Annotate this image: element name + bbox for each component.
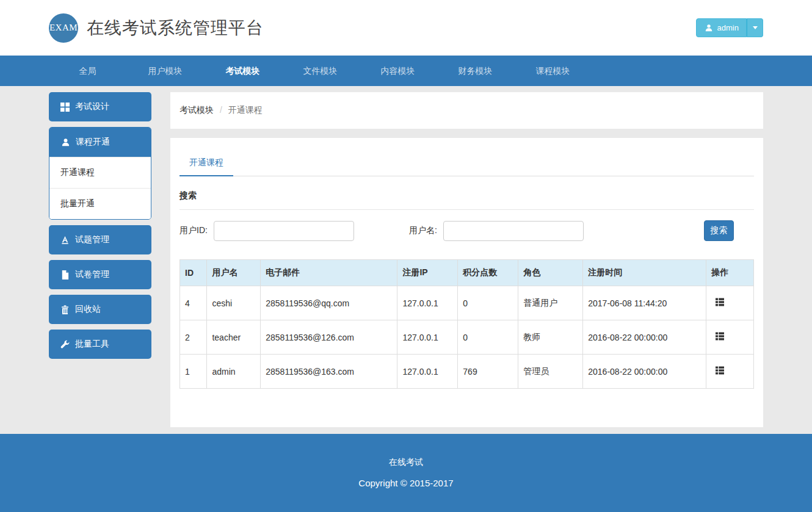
col-header-role: 角色 bbox=[518, 260, 583, 286]
username-label: 用户名: bbox=[409, 225, 437, 236]
tab-bar: 开通课程 bbox=[179, 138, 754, 176]
main-column: 考试模块 / 开通课程 开通课程 搜索 用户ID: 用户名: 搜索 ID 用 bbox=[170, 92, 763, 427]
user-icon bbox=[60, 137, 70, 147]
page-footer: 在线考试 Copyright © 2015-2017 bbox=[0, 434, 812, 512]
nav-item-global[interactable]: 全局 bbox=[49, 56, 126, 86]
table-row: 4 ceshi 2858119536@qq.com 127.0.0.1 0 普通… bbox=[180, 286, 754, 320]
cell-reg-ip: 127.0.0.1 bbox=[397, 320, 458, 355]
user-dropdown-button[interactable] bbox=[747, 18, 763, 37]
col-header-id: ID bbox=[180, 260, 207, 286]
sidebar-item-exam-design[interactable]: 考试设计 bbox=[49, 92, 151, 121]
user-menu: admin bbox=[696, 18, 763, 37]
cell-username: teacher bbox=[207, 320, 261, 355]
cell-email: 2858119536@qq.com bbox=[261, 286, 397, 320]
wrench-icon bbox=[60, 339, 70, 349]
sidebar-item-label: 批量工具 bbox=[75, 339, 109, 350]
th-large-icon bbox=[60, 102, 70, 112]
sidebar-item-label: 试卷管理 bbox=[75, 269, 109, 280]
col-header-username: 用户名 bbox=[207, 260, 261, 286]
cell-email: 2858119536@163.com bbox=[261, 355, 397, 389]
sidebar-item-label: 课程开通 bbox=[76, 137, 110, 148]
breadcrumb-item-exam-module[interactable]: 考试模块 bbox=[179, 105, 214, 115]
footer-site-name: 在线考试 bbox=[0, 457, 812, 468]
main-navbar: 全局 用户模块 考试模块 文件模块 内容模块 财务模块 课程模块 bbox=[0, 56, 812, 86]
table-row: 2 teacher 2858119536@126.com 127.0.0.1 0… bbox=[180, 320, 754, 355]
cell-role: 教师 bbox=[518, 320, 583, 355]
sidebar-item-batch-tools[interactable]: 批量工具 bbox=[49, 330, 151, 359]
user-id-label: 用户ID: bbox=[179, 225, 208, 236]
col-header-email: 电子邮件 bbox=[261, 260, 397, 286]
cell-reg-time: 2016-08-22 00:00:00 bbox=[583, 320, 706, 355]
page-title: 在线考试系统管理平台 bbox=[87, 16, 264, 40]
search-button[interactable]: 搜索 bbox=[704, 220, 734, 241]
operations-list-icon[interactable] bbox=[715, 366, 725, 375]
breadcrumb-separator: / bbox=[220, 105, 222, 115]
users-table: ID 用户名 电子邮件 注册IP 积分点数 角色 注册时间 操作 4 ceshi bbox=[179, 259, 754, 389]
sidebar-item-course-open[interactable]: 课程开通 bbox=[49, 128, 151, 157]
sidebar-subitem-batch-open[interactable]: 批量开通 bbox=[49, 188, 151, 219]
cell-reg-time: 2016-08-22 00:00:00 bbox=[583, 355, 706, 389]
sidebar-group-course-open: 课程开通 开通课程 批量开通 bbox=[49, 127, 151, 220]
col-header-reg-ip: 注册IP bbox=[397, 260, 458, 286]
cell-reg-ip: 127.0.0.1 bbox=[397, 355, 458, 389]
logo-text: EXAM bbox=[49, 23, 78, 33]
cell-role: 普通用户 bbox=[518, 286, 583, 320]
username-input[interactable] bbox=[443, 221, 584, 241]
cell-id: 4 bbox=[180, 286, 207, 320]
nav-item-file-module[interactable]: 文件模块 bbox=[281, 56, 359, 86]
cell-email: 2858119536@126.com bbox=[261, 320, 397, 355]
sidebar-item-label: 试题管理 bbox=[75, 234, 109, 245]
table-row: 1 admin 2858119536@163.com 127.0.0.1 769… bbox=[180, 355, 754, 389]
col-header-operations: 操作 bbox=[706, 260, 754, 286]
cell-reg-ip: 127.0.0.1 bbox=[397, 286, 458, 320]
user-button[interactable]: admin bbox=[696, 18, 747, 37]
cell-points: 769 bbox=[458, 355, 518, 389]
nav-item-exam-module[interactable]: 考试模块 bbox=[204, 56, 281, 86]
sidebar-item-label: 考试设计 bbox=[75, 101, 109, 112]
main-panel: 开通课程 搜索 用户ID: 用户名: 搜索 ID 用户名 电子邮件 注册IP 积… bbox=[170, 138, 763, 427]
cell-username: ceshi bbox=[207, 286, 261, 320]
sidebar-item-paper-mgmt[interactable]: 试卷管理 bbox=[49, 260, 151, 289]
nav-item-content-module[interactable]: 内容模块 bbox=[359, 56, 437, 86]
search-section-title: 搜索 bbox=[179, 190, 754, 210]
content-area: 考试设计 课程开通 开通课程 批量开通 试题管理 试卷管理 bbox=[49, 86, 763, 434]
page-header: EXAM 在线考试系统管理平台 admin bbox=[0, 0, 812, 56]
sidebar-subitem-open-course[interactable]: 开通课程 bbox=[49, 157, 151, 188]
file-icon bbox=[60, 270, 70, 279]
operations-list-icon[interactable] bbox=[715, 297, 725, 307]
cell-id: 2 bbox=[180, 320, 207, 355]
cell-username: admin bbox=[207, 355, 261, 389]
col-header-reg-time: 注册时间 bbox=[583, 260, 706, 286]
cell-role: 管理员 bbox=[518, 355, 583, 389]
cell-points: 0 bbox=[458, 286, 518, 320]
font-icon bbox=[60, 235, 70, 245]
col-header-points: 积分点数 bbox=[458, 260, 518, 286]
nav-item-user-module[interactable]: 用户模块 bbox=[126, 56, 204, 86]
search-form: 用户ID: 用户名: 搜索 bbox=[179, 220, 754, 241]
tab-open-course[interactable]: 开通课程 bbox=[179, 151, 233, 176]
cell-id: 1 bbox=[180, 355, 207, 389]
breadcrumb-item-open-course: 开通课程 bbox=[228, 105, 263, 115]
trash-icon bbox=[60, 305, 70, 314]
chevron-down-icon bbox=[753, 26, 758, 29]
sidebar-item-question-mgmt[interactable]: 试题管理 bbox=[49, 225, 151, 254]
cell-points: 0 bbox=[458, 320, 518, 355]
operations-list-icon[interactable] bbox=[715, 331, 725, 341]
nav-item-finance-module[interactable]: 财务模块 bbox=[437, 56, 514, 86]
breadcrumb: 考试模块 / 开通课程 bbox=[170, 92, 763, 129]
user-button-label: admin bbox=[717, 23, 739, 32]
sidebar-item-recycle-bin[interactable]: 回收站 bbox=[49, 295, 151, 324]
exam-logo: EXAM bbox=[49, 13, 78, 43]
user-id-input[interactable] bbox=[214, 221, 354, 241]
sidebar: 考试设计 课程开通 开通课程 批量开通 试题管理 试卷管理 bbox=[49, 92, 151, 364]
nav-item-course-module[interactable]: 课程模块 bbox=[514, 56, 592, 86]
sidebar-item-label: 回收站 bbox=[75, 304, 101, 315]
cell-reg-time: 2017-06-08 11:44:20 bbox=[583, 286, 706, 320]
table-header-row: ID 用户名 电子邮件 注册IP 积分点数 角色 注册时间 操作 bbox=[180, 260, 754, 286]
footer-copyright: Copyright © 2015-2017 bbox=[0, 478, 812, 488]
user-icon bbox=[704, 23, 714, 33]
